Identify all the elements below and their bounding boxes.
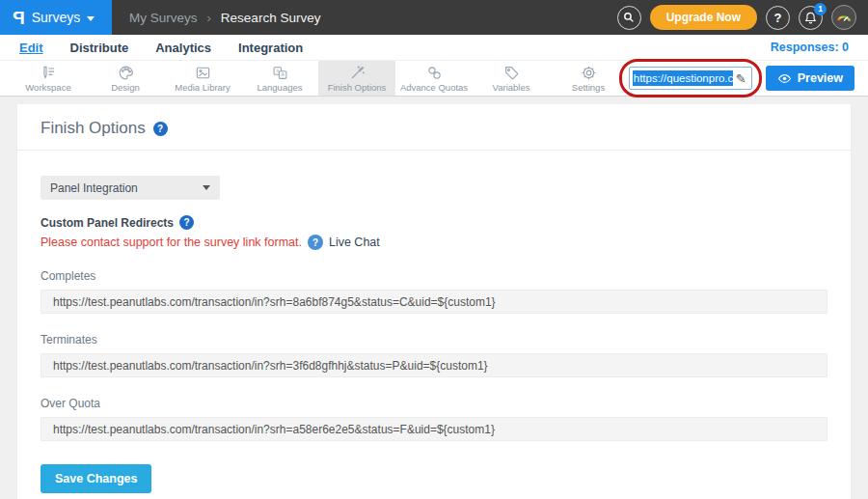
terminates-label: Terminates [41,333,827,347]
svg-text:x: x [276,68,279,73]
top-header: P Surveys My Surveys › Research Survey U… [0,0,868,35]
translate-icon: xA [272,65,288,81]
notification-badge: 1 [814,3,827,15]
completes-label: Completes [41,269,827,283]
tab-distribute[interactable]: Distribute [70,41,129,55]
palette-icon [118,65,134,81]
svg-text:A: A [281,71,285,77]
search-button[interactable] [617,6,641,30]
help-button[interactable]: ? [766,6,790,30]
search-icon [622,11,636,24]
finish-options-panel: Finish Options ? Panel Integration Custo… [17,104,851,499]
section-title: Custom Panel Redirects [41,216,174,230]
workspace-icon [41,65,57,81]
custom-panel-redirects-row: Custom Panel Redirects ? [41,215,827,230]
toolbar-item-variables[interactable]: Variables [473,61,550,96]
breadcrumb-survey-name: Research Survey [221,11,321,25]
question-mark-icon: ? [774,11,782,25]
toolbar-item-finish-options[interactable]: Finish Options [318,61,395,96]
breadcrumb-my-surveys[interactable]: My Surveys [129,11,198,25]
product-name: Surveys [32,10,81,25]
survey-nav: Edit Distribute Analytics Integration Re… [0,35,868,60]
preview-button[interactable]: Preview [766,66,854,91]
breadcrumb-separator: › [207,11,211,25]
support-note: Please contact support for the survey li… [41,236,302,249]
toolbar-right-group: https://questionpro.com/t/A ✎ Preview [629,61,868,96]
toolbar-item-media-library[interactable]: Media Library [164,61,241,96]
over-quota-label: Over Quota [41,397,827,410]
tab-integration[interactable]: Integration [238,41,303,55]
live-chat-link[interactable]: Live Chat [329,236,380,249]
edit-url-pencil-icon[interactable]: ✎ [736,71,746,86]
surveys-product-menu[interactable]: P Surveys [0,0,112,35]
tab-analytics[interactable]: Analytics [155,41,211,55]
chain-link-icon [426,65,443,81]
toolbar-item-design[interactable]: Design [87,61,164,96]
tag-icon [503,65,520,81]
completes-input[interactable] [41,290,827,314]
magic-wand-icon [349,65,366,81]
header-actions: Upgrade Now ? 1 [617,0,868,35]
image-icon [195,65,211,81]
terminates-input[interactable] [41,353,827,377]
breadcrumb: My Surveys › Research Survey [129,0,320,35]
chevron-down-icon [203,185,210,190]
page-title: Finish Options [41,119,146,138]
notifications-button[interactable]: 1 [799,6,823,30]
gear-icon [581,65,597,81]
toolbar-item-settings[interactable]: Settings [550,61,627,96]
eye-icon [777,73,792,84]
avatar[interactable] [831,5,856,30]
upgrade-now-button[interactable]: Upgrade Now [650,5,757,30]
chevron-down-icon [87,16,95,21]
toolbar-item-workspace[interactable]: Workspace [10,61,87,96]
edit-toolbar: Workspace Design Media Library xA Langua… [0,60,868,97]
preview-label: Preview [798,71,843,85]
toolbar-item-advance-quotas[interactable]: Advance Quotas [395,61,473,96]
title-help-icon[interactable]: ? [153,122,168,136]
panel-select-value: Panel Integration [50,181,138,195]
tab-edit[interactable]: Edit [19,41,43,55]
gauge-icon [834,8,854,27]
survey-url-input[interactable]: https://questionpro.com/t/A ✎ [629,67,752,90]
section-help-icon[interactable]: ? [179,215,194,230]
survey-url-wrap: https://questionpro.com/t/A ✎ [629,67,752,90]
toolbar-item-languages[interactable]: xA Languages [241,61,318,96]
support-note-row: Please contact support for the survey li… [41,235,827,250]
questionpro-logo-icon: P [13,9,25,27]
save-changes-button[interactable]: Save Changes [41,464,151,493]
panel-integration-select[interactable]: Panel Integration [41,176,220,200]
over-quota-input[interactable] [41,417,827,441]
panel-header: Finish Options ? [17,104,851,151]
live-chat-icon[interactable]: ? [308,235,323,250]
panel-body: Panel Integration Custom Panel Redirects… [17,151,851,499]
survey-url-selected-text: https://questionpro.com/t/A [633,70,733,86]
responses-count[interactable]: Responses: 0 [771,41,849,54]
